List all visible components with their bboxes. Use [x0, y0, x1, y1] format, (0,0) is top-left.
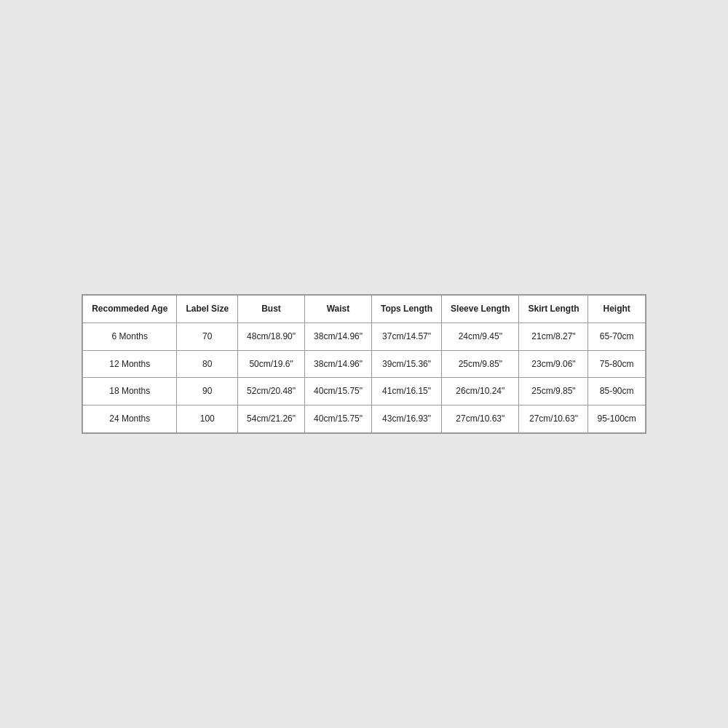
cell-skirt-length: 25cm/9.85" [519, 378, 588, 405]
col-header-age: Recommeded Age [83, 296, 177, 323]
cell-tops-length: 43cm/16.93" [372, 405, 442, 433]
cell-tops-length: 37cm/14.57" [372, 323, 442, 350]
cell-sleeve-length: 26cm/10.24" [442, 378, 519, 405]
table-row: 24 Months10054cm/21.26"40cm/15.75"43cm/1… [83, 405, 646, 433]
cell-label-size: 100 [177, 405, 238, 433]
col-header-label-size: Label Size [177, 296, 238, 323]
cell-height: 75-80cm [588, 350, 645, 378]
cell-bust: 48cm/18.90" [238, 323, 305, 350]
cell-skirt-length: 23cm/9.06" [519, 350, 588, 378]
cell-age: 24 Months [83, 405, 177, 433]
cell-height: 95-100cm [588, 405, 645, 433]
col-header-height: Height [588, 296, 645, 323]
cell-label-size: 70 [177, 323, 238, 350]
size-chart-container: Recommeded Age Label Size Bust Waist Top… [82, 294, 646, 434]
cell-waist: 38cm/14.96" [305, 350, 372, 378]
cell-bust: 54cm/21.26" [238, 405, 305, 433]
table-header-row: Recommeded Age Label Size Bust Waist Top… [83, 296, 646, 323]
col-header-tops-length: Tops Length [372, 296, 442, 323]
col-header-bust: Bust [238, 296, 305, 323]
cell-age: 12 Months [83, 350, 177, 378]
cell-height: 85-90cm [588, 378, 645, 405]
cell-label-size: 80 [177, 350, 238, 378]
cell-height: 65-70cm [588, 323, 645, 350]
cell-sleeve-length: 27cm/10.63" [442, 405, 519, 433]
cell-skirt-length: 27cm/10.63" [519, 405, 588, 433]
cell-tops-length: 41cm/16.15" [372, 378, 442, 405]
cell-waist: 38cm/14.96" [305, 323, 372, 350]
page-wrapper: Recommeded Age Label Size Bust Waist Top… [0, 0, 728, 728]
cell-waist: 40cm/15.75" [305, 405, 372, 433]
table-row: 12 Months8050cm/19.6"38cm/14.96"39cm/15.… [83, 350, 646, 378]
col-header-skirt-length: Skirt Length [519, 296, 588, 323]
cell-tops-length: 39cm/15.36" [372, 350, 442, 378]
size-chart-table: Recommeded Age Label Size Bust Waist Top… [82, 295, 646, 433]
cell-sleeve-length: 24cm/9.45" [442, 323, 519, 350]
col-header-waist: Waist [305, 296, 372, 323]
col-header-sleeve-length: Sleeve Length [442, 296, 519, 323]
cell-skirt-length: 21cm/8.27" [519, 323, 588, 350]
cell-age: 18 Months [83, 378, 177, 405]
cell-waist: 40cm/15.75" [305, 378, 372, 405]
table-row: 6 Months7048cm/18.90"38cm/14.96"37cm/14.… [83, 323, 646, 350]
cell-label-size: 90 [177, 378, 238, 405]
cell-age: 6 Months [83, 323, 177, 350]
cell-sleeve-length: 25cm/9.85" [442, 350, 519, 378]
cell-bust: 52cm/20.48" [238, 378, 305, 405]
cell-bust: 50cm/19.6" [238, 350, 305, 378]
table-row: 18 Months9052cm/20.48"40cm/15.75"41cm/16… [83, 378, 646, 405]
